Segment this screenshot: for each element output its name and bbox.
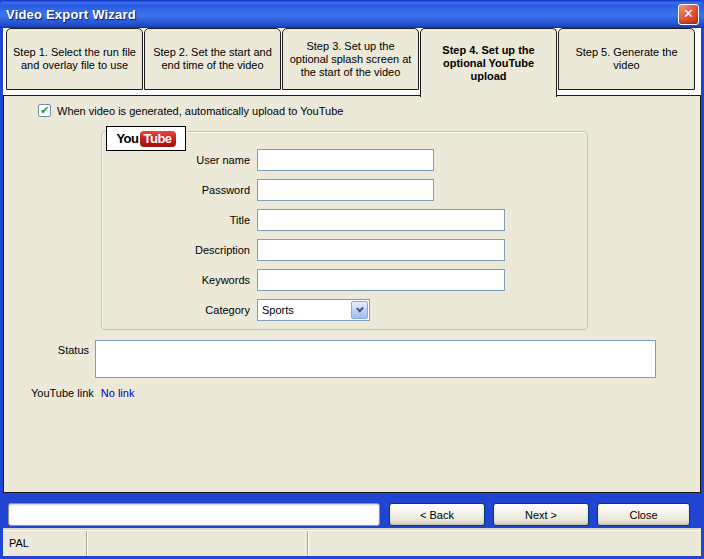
video-export-wizard-window: Video Export Wizard ✕ Step 1. Select the… [0, 0, 704, 559]
tab-step5[interactable]: Step 5. Generate the video [558, 28, 695, 90]
title-row: Title [102, 209, 587, 231]
close-icon[interactable]: ✕ [678, 4, 699, 25]
password-row: Password [102, 179, 587, 201]
keywords-input[interactable] [257, 269, 505, 291]
username-row: User name [102, 149, 587, 171]
window-title: Video Export Wizard [6, 7, 136, 22]
statusbar-panel-3 [308, 531, 701, 556]
tab-step1[interactable]: Step 1. Select the run file and overlay … [6, 28, 143, 90]
category-dropdown-button[interactable] [351, 301, 368, 319]
keywords-row: Keywords [102, 269, 587, 291]
username-input[interactable] [257, 149, 434, 171]
category-selected-value: Sports [258, 304, 350, 316]
wizard-tabstrip: Step 1. Select the run file and overlay … [3, 28, 701, 95]
statusbar-panel-2 [87, 531, 308, 556]
titlebar: Video Export Wizard ✕ [0, 0, 704, 28]
title-label: Title [102, 214, 257, 226]
password-label: Password [102, 184, 257, 196]
category-label: Category [102, 304, 257, 316]
status-label: Status [4, 340, 95, 378]
tab-step2[interactable]: Step 2. Set the start and end time of th… [144, 28, 281, 90]
back-button[interactable]: < Back [389, 503, 485, 526]
progress-bar [8, 503, 380, 526]
youtube-logo-you: You [116, 131, 138, 146]
title-input[interactable] [257, 209, 505, 231]
description-label: Description [102, 244, 257, 256]
youtube-groupbox: You Tube User name Password Title Descri… [101, 131, 588, 330]
status-bar: PAL [3, 530, 701, 556]
keywords-label: Keywords [102, 274, 257, 286]
description-row: Description [102, 239, 587, 261]
status-textbox[interactable] [95, 340, 656, 378]
status-row: Status [4, 340, 700, 378]
window-frame: Step 1. Select the run file and overlay … [0, 28, 704, 559]
youtube-link-value[interactable]: No link [101, 387, 135, 399]
close-button[interactable]: Close [597, 503, 690, 526]
auto-upload-checkbox[interactable]: ✔ [38, 104, 51, 117]
next-button[interactable]: Next > [493, 503, 589, 526]
youtube-link-label: YouTube link [31, 387, 94, 399]
step4-tab-page: ✔ When video is generated, automatically… [3, 95, 701, 493]
category-select[interactable]: Sports [257, 299, 370, 321]
statusbar-panel-pal: PAL [3, 531, 87, 556]
auto-upload-row: ✔ When video is generated, automatically… [38, 104, 700, 117]
tab-step3[interactable]: Step 3. Set up the optional splash scree… [282, 28, 419, 90]
youtube-logo: You Tube [106, 126, 186, 151]
youtube-logo-tube: Tube [140, 131, 176, 147]
auto-upload-label: When video is generated, automatically u… [57, 105, 343, 117]
chevron-down-icon [356, 305, 364, 313]
tab-step4-active[interactable]: Step 4. Set up the optional YouTube uplo… [420, 28, 557, 97]
password-input[interactable] [257, 179, 434, 201]
youtube-link-row: YouTube link No link [31, 387, 700, 399]
description-input[interactable] [257, 239, 505, 261]
category-row: Category Sports [102, 299, 587, 321]
username-label: User name [102, 154, 257, 166]
footer-bar: < Back Next > Close [3, 493, 701, 530]
